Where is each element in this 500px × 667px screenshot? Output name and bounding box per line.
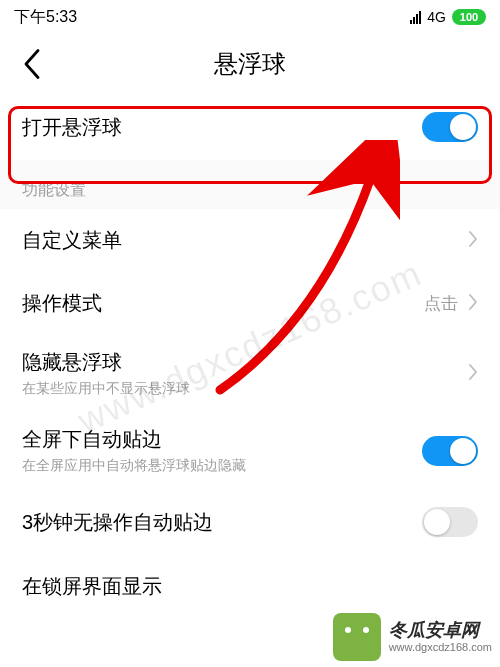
row-sublabel: 在全屏应用中自动将悬浮球贴边隐藏 [22, 457, 246, 475]
row-idle-dock[interactable]: 3秒钟无操作自动贴边 [0, 489, 500, 555]
watermark-brand: 冬瓜安卓网 [389, 621, 479, 641]
toggle-knob [424, 509, 450, 535]
settings-list: 打开悬浮球 功能设置 自定义菜单 操作模式 点击 隐藏悬浮球 在某些应用中不显示… [0, 94, 500, 618]
row-open-floating-ball[interactable]: 打开悬浮球 [0, 94, 500, 160]
back-button[interactable] [12, 44, 52, 84]
title-bar: 悬浮球 [0, 34, 500, 94]
row-label: 隐藏悬浮球 [22, 349, 190, 376]
row-label: 3秒钟无操作自动贴边 [22, 509, 213, 536]
watermark-url: www.dgxcdz168.com [389, 641, 492, 653]
toggle-fullscreen-dock[interactable] [422, 436, 478, 466]
chevron-left-icon [23, 49, 41, 79]
row-fullscreen-dock[interactable]: 全屏下自动贴边 在全屏应用中自动将悬浮球贴边隐藏 [0, 412, 500, 489]
signal-icon [410, 11, 421, 24]
chevron-right-icon [468, 293, 478, 315]
network-label: 4G [427, 9, 446, 25]
row-sublabel: 在某些应用中不显示悬浮球 [22, 380, 190, 398]
row-operation-mode[interactable]: 操作模式 点击 [0, 272, 500, 335]
toggle-knob [450, 438, 476, 464]
row-custom-menu[interactable]: 自定义菜单 [0, 209, 500, 272]
toggle-idle-dock[interactable] [422, 507, 478, 537]
android-icon [333, 613, 381, 661]
row-lockscreen-show[interactable]: 在锁屏界面显示 [0, 555, 500, 618]
page-title: 悬浮球 [214, 48, 286, 80]
row-label: 全屏下自动贴边 [22, 426, 246, 453]
row-value: 点击 [424, 292, 458, 315]
row-label: 操作模式 [22, 290, 102, 317]
row-label: 在锁屏界面显示 [22, 573, 162, 600]
chevron-right-icon [468, 363, 478, 385]
row-hide-floating-ball[interactable]: 隐藏悬浮球 在某些应用中不显示悬浮球 [0, 335, 500, 412]
status-time: 下午5:33 [14, 7, 77, 28]
chevron-right-icon [468, 230, 478, 252]
status-bar: 下午5:33 4G 100 [0, 0, 500, 34]
watermark-logo: 冬瓜安卓网 www.dgxcdz168.com [333, 613, 492, 661]
row-label: 自定义菜单 [22, 227, 122, 254]
row-label: 打开悬浮球 [22, 114, 122, 141]
toggle-knob [450, 114, 476, 140]
battery-icon: 100 [452, 9, 486, 25]
section-header: 功能设置 [0, 160, 500, 209]
toggle-open-floating-ball[interactable] [422, 112, 478, 142]
status-right: 4G 100 [410, 9, 486, 25]
